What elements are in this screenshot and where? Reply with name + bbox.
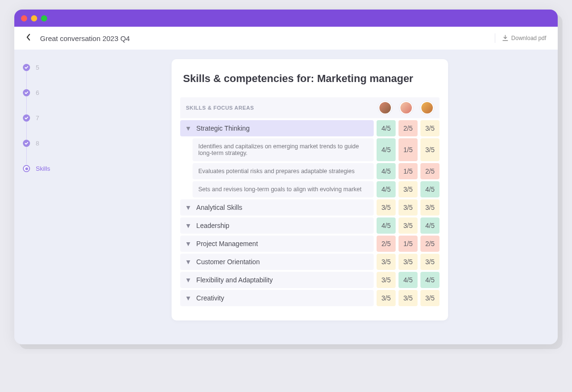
- skill-row-strategic-thinking: ▼ Strategic Thinking 4/5 2/5 3/5: [180, 120, 439, 136]
- score-cell: 3/5: [420, 138, 439, 161]
- skill-row-toggle[interactable]: ▼ Analytical Skills: [180, 199, 374, 216]
- reviewer-avatar-1[interactable]: [378, 101, 392, 114]
- score-cell: 4/5: [377, 181, 396, 197]
- table-header-label: SKILLS & FOCUS AREAS: [186, 105, 378, 111]
- score-cell: 2/5: [377, 236, 396, 252]
- card-title: Skills & competencies for: Marketing man…: [180, 72, 439, 85]
- skill-subrow: Identifies and capitalizes on emerging m…: [180, 138, 439, 161]
- score-cell: 2/5: [420, 163, 439, 179]
- score-cell: 3/5: [377, 254, 396, 270]
- caret-down-icon: ▼: [185, 222, 192, 229]
- skills-card: Skills & competencies for: Marketing man…: [172, 59, 448, 320]
- step-label: 7: [36, 114, 39, 122]
- score-cell: 1/5: [398, 138, 418, 161]
- table-header: SKILLS & FOCUS AREAS: [180, 97, 439, 118]
- score-cell: 4/5: [398, 272, 418, 288]
- score-cell: 3/5: [420, 254, 439, 270]
- score-cell: 4/5: [420, 217, 439, 234]
- score-cell: 1/5: [398, 236, 418, 252]
- skill-label: Creativity: [196, 294, 224, 302]
- score-cell: 3/5: [398, 254, 418, 270]
- window-minimize[interactable]: [31, 15, 37, 21]
- score-cell: 4/5: [420, 272, 439, 288]
- score-cell: 3/5: [377, 290, 396, 306]
- caret-down-icon: ▼: [185, 124, 192, 132]
- chevron-left-icon: [26, 33, 31, 41]
- skill-label: Analytical Skills: [196, 204, 242, 211]
- step-5[interactable]: 5: [23, 64, 71, 71]
- check-icon: [24, 91, 29, 95]
- score-cell: 3/5: [420, 290, 439, 306]
- step-label: 8: [36, 140, 39, 147]
- subrow-label: Sets and revises long-term goals to alig…: [198, 186, 362, 193]
- skill-row-project-management: ▼ Project Management 2/5 1/5 2/5: [180, 236, 439, 252]
- caret-down-icon: ▼: [185, 276, 192, 284]
- subrow-label: Evaluates potential risks and prepares a…: [198, 168, 355, 175]
- reviewer-avatar-2[interactable]: [399, 101, 413, 114]
- skill-row-toggle[interactable]: ▼ Project Management: [180, 236, 374, 252]
- score-cell: 4/5: [420, 181, 439, 197]
- check-icon: [24, 65, 29, 70]
- skill-subrow: Sets and revises long-term goals to alig…: [180, 181, 439, 197]
- skill-row-toggle[interactable]: ▼ Strategic Thinking: [180, 120, 374, 136]
- steps-sidebar: 5 6 7 8 Skills: [23, 59, 71, 320]
- skill-row-leadership: ▼ Leadership 4/5 3/5 4/5: [180, 217, 439, 234]
- skill-row-flexibility-adaptability: ▼ Flexibility and Adaptability 3/5 4/5 4…: [180, 272, 439, 288]
- score-cell: 3/5: [420, 120, 439, 136]
- breadcrumb-title: Great conversation 2023 Q4: [40, 34, 130, 42]
- step-label: 5: [36, 64, 39, 71]
- score-cell: 4/5: [377, 138, 396, 161]
- window-close[interactable]: [21, 15, 27, 21]
- step-8[interactable]: 8: [23, 140, 71, 147]
- skill-label: Strategic Thinking: [196, 124, 250, 132]
- skill-row-toggle[interactable]: ▼ Customer Orientation: [180, 254, 374, 270]
- skill-label: Flexibility and Adaptability: [196, 276, 273, 284]
- caret-down-icon: ▼: [185, 294, 192, 302]
- score-cell: 3/5: [398, 290, 418, 306]
- skill-row-analytical-skills: ▼ Analytical Skills 3/5 3/5 3/5: [180, 199, 439, 216]
- app-window: Great conversation 2023 Q4 Download pdf …: [14, 10, 558, 344]
- skill-label: Customer Orientation: [196, 258, 260, 266]
- score-cell: 3/5: [398, 217, 418, 234]
- score-cell: 3/5: [398, 199, 418, 216]
- step-label: 6: [36, 89, 39, 96]
- back-button[interactable]: [26, 33, 31, 43]
- skill-row-customer-orientation: ▼ Customer Orientation 3/5 3/5 3/5: [180, 254, 439, 270]
- skill-label: Leadership: [196, 222, 229, 229]
- check-icon: [24, 116, 29, 120]
- download-label: Download pdf: [511, 35, 546, 41]
- window-titlebar: [14, 10, 558, 27]
- score-group: 4/5 2/5 3/5: [377, 120, 439, 136]
- download-icon: [502, 35, 509, 41]
- caret-down-icon: ▼: [185, 240, 192, 248]
- skill-row-toggle[interactable]: ▼ Leadership: [180, 217, 374, 234]
- window-maximize[interactable]: [41, 15, 47, 21]
- step-7[interactable]: 7: [23, 114, 71, 122]
- download-pdf-button[interactable]: Download pdf: [502, 35, 546, 41]
- page-header: Great conversation 2023 Q4 Download pdf: [14, 27, 558, 50]
- step-label: Skills: [36, 165, 50, 172]
- score-cell: 3/5: [377, 272, 396, 288]
- skill-row-creativity: ▼ Creativity 3/5 3/5 3/5: [180, 290, 439, 306]
- score-cell: 2/5: [420, 236, 439, 252]
- caret-down-icon: ▼: [185, 258, 192, 266]
- check-icon: [24, 141, 29, 145]
- score-cell: 1/5: [398, 163, 418, 179]
- skill-label: Project Management: [196, 240, 258, 248]
- score-cell: 4/5: [377, 163, 396, 179]
- header-divider: [495, 33, 495, 43]
- caret-down-icon: ▼: [185, 204, 192, 211]
- step-skills[interactable]: Skills: [23, 165, 71, 172]
- score-cell: 3/5: [420, 199, 439, 216]
- score-cell: 4/5: [377, 120, 396, 136]
- score-cell: 4/5: [377, 217, 396, 234]
- score-cell: 2/5: [398, 120, 418, 136]
- skill-subrow: Evaluates potential risks and prepares a…: [180, 163, 439, 179]
- step-6[interactable]: 6: [23, 89, 71, 96]
- skill-row-toggle[interactable]: ▼ Flexibility and Adaptability: [180, 272, 374, 288]
- score-cell: 3/5: [398, 181, 418, 197]
- reviewer-avatar-3[interactable]: [420, 101, 434, 114]
- skill-row-toggle[interactable]: ▼ Creativity: [180, 290, 374, 306]
- score-cell: 3/5: [377, 199, 396, 216]
- subrow-label: Identifies and capitalizes on emerging m…: [198, 143, 368, 156]
